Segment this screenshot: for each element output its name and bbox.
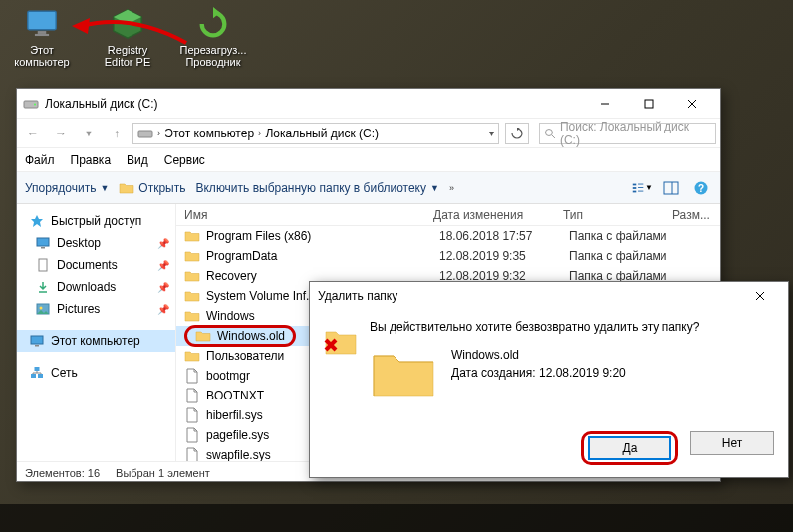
file-date: 18.06.2018 17:57	[439, 229, 569, 243]
svg-rect-37	[38, 374, 43, 378]
file-icon	[184, 427, 200, 443]
folder-icon	[184, 248, 200, 264]
menu-view[interactable]: Вид	[127, 153, 148, 167]
dialog-title: Удалить папку	[318, 289, 397, 303]
title-bar[interactable]: Локальный диск (C:)	[17, 89, 720, 119]
menu-bar: Файл Правка Вид Сервис	[17, 148, 720, 172]
search-icon	[544, 128, 556, 139]
svg-rect-13	[138, 131, 152, 137]
svg-marker-27	[31, 215, 43, 227]
help-button[interactable]: ?	[690, 177, 712, 199]
taskbar[interactable]	[0, 504, 793, 532]
column-headers[interactable]: Имя Дата изменения Тип Разм...	[176, 204, 720, 226]
delete-dialog: Удалить папку Вы действительно хотите бе…	[309, 281, 789, 478]
svg-rect-2	[35, 34, 49, 36]
sidebar-item-documents[interactable]: Documents📌	[17, 254, 175, 276]
column-date[interactable]: Дата изменения	[433, 208, 563, 222]
file-name: Program Files (x86)	[206, 229, 439, 243]
sidebar-item-downloads[interactable]: Downloads📌	[17, 276, 175, 298]
folder-icon	[184, 348, 200, 364]
minimize-button[interactable]	[583, 90, 627, 118]
pin-icon: 📌	[157, 304, 169, 315]
file-type: Папка с файлами	[569, 249, 678, 263]
menu-edit[interactable]: Правка	[71, 153, 112, 167]
yes-button[interactable]: Да	[588, 436, 671, 460]
sidebar-item-desktop[interactable]: Desktop📌	[17, 232, 175, 254]
desktop-icons: Этот компьютер Registry Editor PE Переза…	[6, 6, 249, 68]
recent-dropdown[interactable]: ▼	[77, 122, 101, 145]
desktop-icon-restart-explorer[interactable]: Перезагруз... Проводник	[177, 6, 249, 68]
maximize-button[interactable]	[627, 90, 670, 118]
refresh-icon	[195, 6, 231, 42]
file-row[interactable]: ProgramData12.08.2019 9:35Папка с файлам…	[176, 246, 720, 266]
delete-folder-icon	[324, 324, 358, 358]
open-button[interactable]: Открыть	[119, 180, 185, 196]
column-size[interactable]: Разм...	[672, 208, 720, 222]
sidebar-this-pc[interactable]: Этот компьютер	[17, 330, 175, 352]
forward-button[interactable]: →	[49, 122, 73, 145]
breadcrumb[interactable]: › Этот компьютер › Локальный диск (C:) ▾	[132, 123, 499, 144]
file-row[interactable]: Program Files (x86)18.06.2018 17:57Папка…	[176, 226, 720, 246]
folder-icon	[184, 268, 200, 284]
view-options-button[interactable]: ▼	[631, 177, 653, 199]
dialog-close-button[interactable]	[740, 284, 780, 308]
include-library-button[interactable]: Включить выбранную папку в библиотеку▼	[195, 181, 438, 195]
search-input[interactable]: Поиск: Локальный диск (C:)	[539, 123, 716, 144]
desktop-icon-registry[interactable]: Registry Editor PE	[92, 6, 163, 68]
svg-rect-20	[638, 183, 643, 184]
svg-rect-21	[638, 187, 643, 188]
desktop-icon-this-pc[interactable]: Этот компьютер	[6, 6, 78, 68]
desktop-icon-label: Перезагруз... Проводник	[177, 44, 249, 68]
downloads-icon	[35, 279, 51, 295]
no-button[interactable]: Нет	[690, 431, 774, 455]
menu-tools[interactable]: Сервис	[164, 153, 205, 167]
pin-icon: 📌	[157, 282, 169, 293]
svg-rect-17	[633, 183, 637, 185]
monitor-icon	[24, 6, 60, 42]
svg-rect-30	[39, 259, 47, 271]
preview-pane-button[interactable]	[661, 177, 682, 199]
refresh-button[interactable]	[505, 123, 529, 144]
file-name: Windows.old	[217, 329, 285, 343]
sidebar-quick-access[interactable]: Быстрый доступ	[17, 210, 175, 232]
file-date: 12.08.2019 9:35	[439, 249, 569, 263]
file-icon	[184, 388, 200, 403]
more-button[interactable]: »	[449, 183, 454, 193]
svg-rect-10	[645, 100, 653, 108]
menu-file[interactable]: Файл	[25, 153, 55, 167]
column-type[interactable]: Тип	[563, 208, 672, 222]
documents-icon	[35, 257, 51, 273]
svg-rect-22	[638, 190, 643, 191]
folder-icon	[195, 328, 211, 344]
star-icon	[29, 213, 45, 229]
svg-point-33	[40, 307, 43, 310]
folder-icon	[184, 228, 200, 244]
folder-open-icon	[119, 180, 134, 196]
breadcrumb-segment[interactable]: Локальный диск (C:)	[265, 127, 379, 140]
close-button[interactable]	[670, 90, 714, 118]
sidebar-item-pictures[interactable]: Pictures📌	[17, 298, 175, 320]
file-type: Папка с файлами	[569, 229, 678, 243]
monitor-icon	[29, 333, 45, 349]
breadcrumb-segment[interactable]: Этот компьютер	[164, 127, 254, 140]
nav-bar: ← → ▼ ↑ › Этот компьютер › Локальный дис…	[17, 119, 720, 148]
toolbar: Упорядочить▼ Открыть Включить выбранную …	[17, 172, 720, 204]
file-icon	[184, 407, 200, 423]
back-button[interactable]: ←	[21, 122, 45, 145]
file-icon	[184, 368, 200, 384]
sidebar-network[interactable]: Сеть	[17, 362, 175, 384]
svg-rect-28	[37, 238, 49, 246]
svg-line-16	[552, 134, 555, 137]
network-icon	[29, 365, 45, 381]
search-placeholder: Поиск: Локальный диск (C:)	[560, 120, 711, 147]
cube-icon	[110, 6, 145, 42]
svg-rect-18	[633, 187, 637, 189]
dialog-message: Вы действительно хотите безвозвратно уда…	[370, 320, 774, 334]
pin-icon: 📌	[157, 260, 169, 271]
desktop-icon-label: Registry Editor PE	[92, 44, 163, 68]
svg-text:?: ?	[698, 183, 704, 194]
up-button[interactable]: ↑	[105, 122, 129, 145]
organize-button[interactable]: Упорядочить▼	[25, 181, 109, 195]
column-name[interactable]: Имя	[176, 208, 433, 222]
dialog-title-bar[interactable]: Удалить папку	[310, 282, 788, 310]
